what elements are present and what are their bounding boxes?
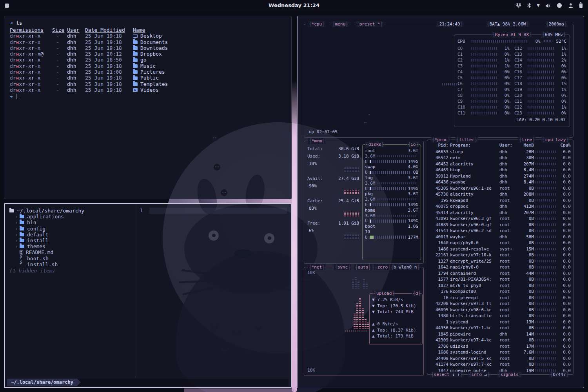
tree-item[interactable]: › default [9,232,131,238]
process-row[interactable]: 44956 kworker/u97:1-kc root 0B 0.0 [430,325,570,331]
menu-button[interactable]: menu [332,21,349,27]
process-row[interactable]: 16 rcu_preempt root 0B 0.0 [430,295,570,301]
process-row[interactable]: 42309 kworker/u97:4-kc root 0B 0.0 [430,337,570,343]
info-action[interactable]: info ↵ [468,372,490,377]
status-path[interactable]: ~/.local/share/omarchy [7,379,77,386]
proc-header-user[interactable]: User: [499,142,517,148]
core-name: C3 [457,63,468,69]
proc-header-mem[interactable]: MemB [518,142,534,148]
net-auto-toggle[interactable]: auto [354,264,372,270]
update-interval[interactable]: 2000ms [545,21,568,27]
process-row[interactable]: 31541 kworker/u96:2-sd root 0B 0.0 [430,228,570,234]
folder-icon [9,209,14,212]
process-row[interactable]: 1486 systemd-resolve syst+ 15M 0.0 [430,246,570,252]
core-row: C8 0% [457,93,510,98]
btop-window[interactable]: *cpu menu preset * 21:24:49 BAT▲ 98% 3.0… [297,16,584,388]
file-type-icon [133,64,138,68]
process-row[interactable]: 41174 kworker/u97:7-kc root 0B 0.0 [430,361,570,368]
process-row[interactable]: 1577 irq/81-PIXA3854: root 0B 0.0 [430,276,570,283]
process-row[interactable]: 40013 waybar dhh 58M 0.0 [430,234,570,240]
process-row[interactable]: 1827 mt76-tx phy0 root 0B 0.0 [430,283,570,289]
wifi-icon[interactable]: ▼ [537,4,540,7]
tree-item[interactable]: › install [9,238,131,243]
process-user: dhh [499,331,517,337]
process-name: alacritty [450,210,498,216]
tree-item[interactable]: › applications [9,214,131,220]
globe-icon[interactable] [557,3,562,8]
chevron-right-icon: › [15,232,20,238]
net-interface[interactable]: b wlan0 n [390,264,420,270]
process-row[interactable]: 43091 kworker/u96:3-gf root 0B 0.0 [430,216,570,222]
process-row[interactable]: 22161 kworker/u97:10-k root 0B 0.0 [430,252,570,258]
process-row[interactable]: 1380 btrfs-transactio root 0B 0.0 [430,313,570,319]
ls-row: drwxr-xr-x - dhh 25 Jun 18:50 go [10,57,286,63]
select-action[interactable]: select ↓ ↑ [430,372,463,377]
process-row[interactable]: 46436 swaybg dhh 8.4M 0.0 [430,179,570,185]
dropbox-icon[interactable] [516,3,521,8]
tree-item[interactable]: README.md [9,249,131,255]
process-row[interactable]: 45730 alacritty dhh 208M 0.0 [430,191,570,198]
disk-row: 3.6M [365,180,418,186]
filter-button[interactable]: filter [456,137,478,143]
tree-root-row[interactable]: ~/.local/share/omarchy [9,208,131,214]
process-row[interactable]: 44889 kworker/u96:0-gf root 0B 0.0 [430,222,570,228]
core-name: C18 [514,81,525,87]
file-name: Public [140,75,159,81]
disk-row-left: log [365,175,373,181]
proc-header-cpu[interactable]: Cpu% [559,142,571,148]
process-row[interactable]: 34409 kworker/u97:5-kc root 0B 0.0 [430,356,570,362]
file-type-icon [20,227,24,230]
process-row[interactable]: 45305 kworker/u96:1-sd root 0B 0.0 [430,185,570,192]
net-stats-key[interactable]: d [412,290,421,296]
process-row[interactable]: 42208 kworker/u97:3-fl root 0B 0.0 [430,301,570,307]
process-row[interactable]: 1642 napi/phy0-0 root 0B 0.0 [430,264,570,270]
file-manager-window[interactable]: ~/.local/share/omarchy › applications › … [4,203,292,388]
account-icon[interactable] [568,3,573,8]
file-permissions: drwxr-xr-x [10,57,52,63]
process-row[interactable]: 46452 alacritty dhh 207M 0.0 [430,161,570,167]
process-row[interactable]: 46095 kworker/u98:6-kc root 0B 0.0 [430,307,570,313]
tree-item[interactable]: › config [9,226,131,232]
tree-toggle[interactable]: tree [518,137,535,143]
mem-stat-value: 3.18 GiB [338,152,359,160]
process-row[interactable]: 1327 dmcrypt_write/25 root 0B 0.0 [430,258,570,265]
prompt-icon: ➜ [10,94,13,100]
process-row[interactable]: 1640 napi/phy0-0 root 0B 0.0 [430,240,570,246]
terminal-cursor[interactable] [16,94,19,99]
net-zero-toggle[interactable]: zero [374,264,391,270]
process-row[interactable]: 176 kcompactd0 root 0B 0.0 [430,289,570,295]
net-sync-toggle[interactable]: sync [334,264,351,270]
tree-item[interactable]: › bin [9,220,131,225]
process-name: kworker/u96:1-sd [450,185,498,191]
proc-header-pid[interactable]: Pid: [430,142,448,148]
process-row[interactable]: 2786 udisksd root 17M 0.0 [430,343,570,350]
process-row[interactable]: 1845 pipewire dhh 14M 0.0 [430,331,570,338]
process-row[interactable]: 1794 containerd root 44M 0.0 [430,270,570,277]
sort-mode[interactable]: cpu lazy [542,137,569,143]
volume-icon[interactable] [546,3,551,8]
io-mode-toggle[interactable]: io [407,142,419,147]
process-row[interactable]: 46633 slurp dhh 28M 0.0 [430,149,570,155]
signals-action[interactable]: signals [497,372,522,377]
ls-row: drwxr-xr-x - dhh 25 Jun 19:18 Music [10,63,286,69]
proc-header-program[interactable]: Program: [450,142,498,148]
tree-item[interactable]: › themes [9,243,131,249]
preview-pane[interactable]: 1 [136,204,291,378]
bluetooth-icon[interactable] [527,3,531,8]
process-row[interactable]: 46542 nvim dhh 30M 0.0 [430,155,570,161]
process-row[interactable]: 1686 systemd-logind root 7.6M 0.0 [430,349,570,356]
process-row[interactable]: 45414 alacritty dhh 207M 0.0 [430,210,570,216]
tree-item[interactable]: $ boot.sh [9,256,131,261]
preset-button[interactable]: preset * [356,21,383,27]
process-row[interactable]: 195 kswapd0 root 0B 0.0 [430,198,570,204]
battery-icon[interactable] [579,3,583,8]
file-type-icon [133,40,138,44]
process-row[interactable]: 40075 dropbox dhh 413M 0.0 [430,203,570,210]
process-row[interactable]: 39912 Hyprland dhh 274M 0.0 [430,173,570,180]
process-cpu: 0.0 [559,343,571,349]
terminal-window[interactable]: ➜ ls Permissions Size User Date Modified… [4,16,292,199]
process-row[interactable]: 46469 btop dhh 8.4M 0.0 [430,167,570,173]
process-row[interactable]: 1 systemd root 13M 0.0 [430,319,570,325]
process-pid: 45305 [430,185,448,191]
tree-item[interactable]: $ install.sh [9,261,131,267]
